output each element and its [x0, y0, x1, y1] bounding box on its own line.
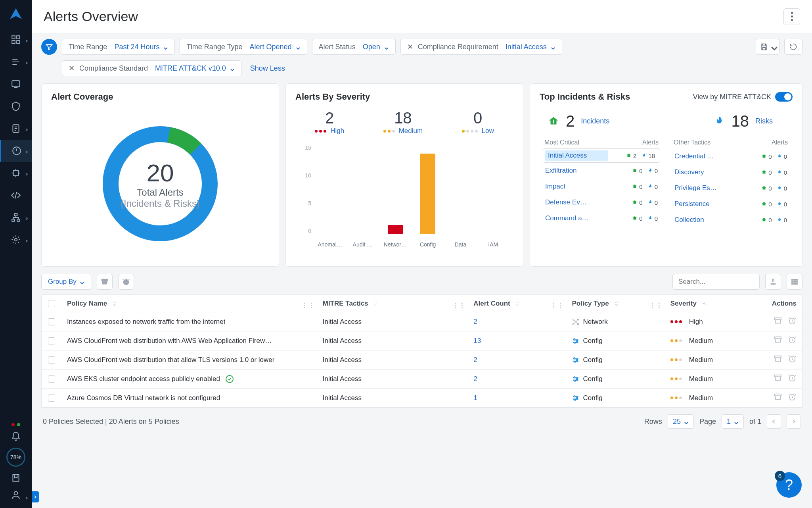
dismiss-button[interactable] — [774, 335, 782, 346]
severity-label: Medium — [689, 356, 713, 364]
tactic-row[interactable]: Credential … 0 0 — [672, 148, 789, 164]
svg-rect-23 — [792, 281, 793, 282]
nav-investigate[interactable] — [0, 73, 32, 95]
nav-compliance[interactable] — [0, 117, 32, 140]
svg-rect-21 — [771, 283, 776, 285]
row-checkbox[interactable] — [48, 318, 55, 325]
alert-count-link[interactable]: 13 — [473, 337, 481, 345]
severity-label: High — [689, 318, 703, 326]
filter-compliance-requirement[interactable]: ✕ Compliance Requirement Initial Access — [400, 39, 562, 55]
dismiss-button[interactable] — [774, 316, 782, 327]
page-select[interactable]: 1 — [722, 414, 744, 429]
remove-filter-icon[interactable]: ✕ — [407, 42, 413, 51]
filter-alert-status[interactable]: Alert Status Open — [312, 39, 396, 55]
filter-bar: Time Range Past 24 Hours Time Range Type… — [32, 33, 812, 80]
nav-alerts[interactable] — [0, 140, 32, 162]
table-row[interactable]: AWS CloudFront web distribution with AWS… — [42, 331, 802, 350]
nav-settings[interactable] — [0, 229, 32, 251]
risks-kpi[interactable]: 18 Risks — [713, 112, 773, 130]
policy-type: Network — [583, 318, 607, 326]
group-by-button[interactable]: Group By — [41, 274, 91, 290]
top-incidents-risks-card: Top Incidents & Risks View by MITRE ATT&… — [530, 83, 802, 267]
reset-filter-button[interactable] — [784, 39, 802, 55]
tactic-row[interactable]: Privilege Es… 0 0 — [672, 180, 789, 196]
remove-filter-icon[interactable]: ✕ — [69, 64, 75, 73]
svg-rect-26 — [794, 281, 798, 282]
row-checkbox[interactable] — [48, 356, 55, 364]
table-row[interactable]: AWS CloudFront web distribution that all… — [42, 350, 802, 369]
columns-button[interactable] — [787, 274, 802, 290]
filter-time-range-type[interactable]: Time Range Type Alert Opened — [180, 39, 307, 55]
table-row[interactable]: AWS EKS cluster endpoint access publicly… — [42, 369, 802, 389]
help-button[interactable]: 6 ? — [776, 472, 802, 498]
table-row[interactable]: Instances exposed to network traffic fro… — [42, 312, 802, 331]
alert-count-link[interactable]: 1 — [473, 394, 477, 402]
alerts-table: Policy Name⋮⋮ MITRE Tactics⋮⋮ Alert Coun… — [41, 294, 802, 408]
nav-dashboard[interactable] — [0, 29, 32, 51]
table-search[interactable] — [672, 274, 760, 290]
snooze-row-button[interactable] — [788, 354, 797, 365]
rows-per-page-select[interactable]: 25 — [668, 414, 694, 429]
svg-point-45 — [576, 378, 578, 379]
alert-count-link[interactable]: 2 — [473, 356, 477, 364]
snooze-row-button[interactable] — [788, 373, 797, 384]
nav-inventory[interactable] — [0, 51, 32, 73]
tactic-row[interactable]: Persistence 0 0 — [672, 196, 789, 212]
dismiss-button[interactable] — [774, 393, 782, 403]
prev-page-button[interactable] — [767, 414, 781, 429]
filter-compliance-standard[interactable]: ✕ Compliance Standard MITRE ATT&CK v10.0 — [62, 60, 241, 76]
row-checkbox[interactable] — [48, 337, 55, 344]
tactic-row[interactable]: Exfiltration 0 0 — [543, 163, 660, 179]
alert-count-link[interactable]: 2 — [473, 318, 477, 326]
dismiss-button[interactable] — [774, 373, 782, 384]
svg-point-41 — [575, 361, 576, 362]
table-row[interactable]: Azure Cosmos DB Virtual network is not c… — [42, 389, 802, 408]
card-title: Alerts By Severity — [295, 92, 513, 102]
archive-button[interactable] — [97, 274, 113, 290]
tactic-row[interactable]: Initial Access 2 18 — [543, 148, 660, 163]
download-button[interactable] — [765, 274, 781, 290]
svg-point-11 — [15, 239, 17, 241]
tactic-row[interactable]: Command a… 0 0 — [543, 210, 660, 226]
snooze-button[interactable] — [118, 274, 134, 290]
snooze-row-button[interactable] — [788, 393, 797, 403]
svg-rect-4 — [12, 81, 20, 87]
row-checkbox[interactable] — [48, 375, 55, 383]
nav-code[interactable] — [0, 184, 32, 206]
nav-policies[interactable] — [0, 95, 32, 117]
severity-low[interactable]: 0 Low — [462, 109, 494, 135]
question-icon: ? — [785, 477, 793, 493]
tactic-row[interactable]: Collection 0 0 — [672, 212, 789, 228]
tactic-row[interactable]: Defense Ev… 0 0 — [543, 194, 660, 210]
next-page-button[interactable] — [787, 414, 801, 429]
search-input[interactable] — [678, 277, 763, 286]
total-alerts-value: 20 — [147, 159, 174, 187]
svg-rect-1 — [17, 36, 20, 39]
filter-time-range[interactable]: Time Range Past 24 Hours — [62, 39, 175, 55]
filter-icon[interactable] — [41, 39, 57, 55]
select-all-checkbox[interactable] — [48, 300, 55, 307]
nav-defender[interactable] — [0, 162, 32, 184]
page-options-menu[interactable] — [783, 8, 800, 25]
coverage-donut: 20 Total Alerts (Incidents & Risks) — [101, 124, 220, 243]
nav-network[interactable] — [0, 206, 32, 229]
tactic-row[interactable]: Impact 0 0 — [543, 179, 660, 194]
svg-rect-24 — [792, 283, 793, 284]
dismiss-button[interactable] — [774, 354, 782, 365]
saved-filter-button[interactable] — [756, 39, 779, 55]
severity-medium[interactable]: 18 Medium — [383, 109, 423, 135]
show-less-link[interactable]: Show Less — [250, 64, 285, 73]
svg-point-30 — [573, 323, 574, 325]
bookmarks-icon[interactable] — [0, 470, 32, 486]
mitre-tactic: Initial Access — [323, 375, 362, 383]
notifications-icon[interactable] — [0, 429, 32, 444]
severity-high[interactable]: 2 High — [315, 109, 344, 135]
alert-count-link[interactable]: 2 — [473, 375, 477, 383]
tactic-row[interactable]: Discovery 0 0 — [672, 164, 789, 180]
incidents-kpi[interactable]: 2 Incidents — [548, 112, 609, 130]
account-icon[interactable] — [0, 486, 32, 504]
mitre-toggle[interactable] — [775, 92, 793, 102]
snooze-row-button[interactable] — [788, 335, 797, 346]
snooze-row-button[interactable] — [788, 316, 797, 327]
row-checkbox[interactable] — [48, 394, 55, 402]
